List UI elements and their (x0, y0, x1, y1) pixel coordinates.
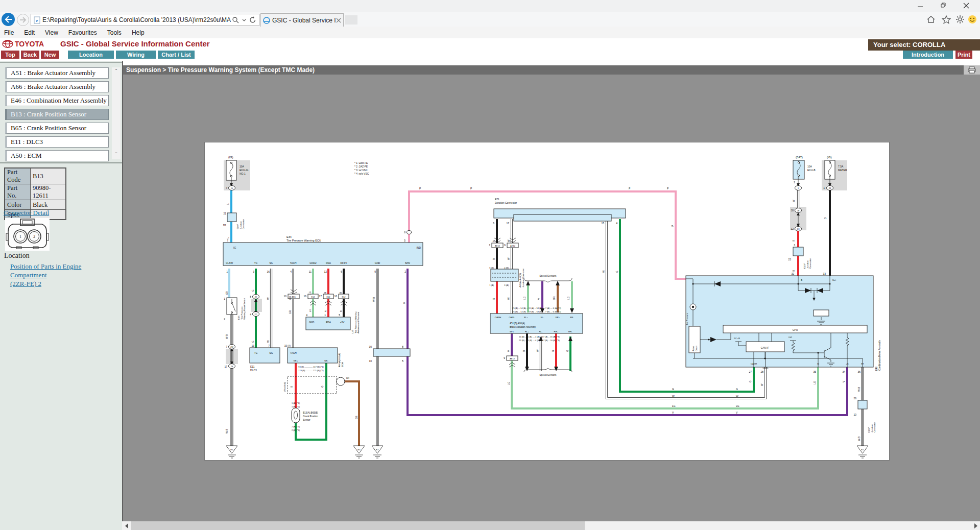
nav-chart-list[interactable]: Chart / List (158, 51, 195, 59)
nav-top[interactable]: Top (1, 51, 19, 59)
sidebar: A51 : Brake Actuator AssemblyA66 : Brake… (0, 61, 122, 530)
forward-icon[interactable] (17, 14, 29, 26)
diagram-label: 2 (794, 181, 795, 184)
diagram-label: B (340, 292, 342, 294)
diagram-label: 4 (B) (504, 267, 509, 269)
chevron-down-icon[interactable] (242, 16, 247, 24)
minimize-button[interactable] (909, 0, 931, 11)
search-icon[interactable] (232, 16, 240, 24)
diagram-label: 12 (791, 227, 794, 230)
tab-gsic[interactable]: GSIC - Global Service Infor... (260, 13, 344, 27)
favorites-star-icon[interactable] (940, 14, 952, 25)
sidebar-item[interactable]: E11 : DLC3 (5, 136, 109, 148)
address-bar[interactable]: e (31, 14, 259, 26)
location-link[interactable]: Position of Parts in Engine Compartment … (10, 262, 112, 288)
menu-edit[interactable]: Edit (19, 29, 40, 36)
menu-tools[interactable]: Tools (102, 29, 127, 36)
diagram-label: CPU (793, 328, 798, 331)
diagram-label: METER (838, 168, 847, 172)
sidebar-item[interactable]: A66 : Brake Actuator Assembly (5, 81, 109, 92)
diagram-label: 3 (A) (504, 284, 509, 286)
sidebar-scrollbar[interactable]: ˆ ˇ (112, 67, 121, 159)
nav-back[interactable]: Back (21, 51, 39, 59)
scroll-down-icon[interactable]: ˇ (112, 151, 121, 159)
diagram-label: SB (226, 292, 228, 295)
menu-bar: FileEditViewFavouritesToolsHelp (0, 27, 980, 38)
scroll-left-icon[interactable] (122, 521, 131, 530)
home-icon[interactable] (925, 14, 937, 25)
nav-location[interactable]: Location (68, 51, 114, 59)
diagram-label: CANL (509, 316, 515, 319)
menu-help[interactable]: Help (127, 29, 150, 36)
nav-print[interactable]: Print (955, 51, 972, 59)
diagram-label: V (672, 411, 674, 414)
feedback-smiley-icon[interactable] (966, 14, 978, 25)
diagram-label: 1 (226, 270, 228, 273)
diagram-label: Crank Position (303, 415, 318, 418)
diagram-label: G (672, 388, 674, 391)
diagram-label: W (267, 297, 270, 300)
close-button[interactable] (954, 0, 977, 11)
restore-button[interactable] (931, 0, 954, 11)
diagram-label: W-B (858, 437, 861, 441)
nav-introduction[interactable]: Introduction (903, 51, 953, 59)
diagram-label: ECM (341, 362, 344, 367)
diagram-label: DLC3 (250, 369, 257, 372)
new-tab-button[interactable] (345, 15, 357, 25)
diagram-label: V (508, 350, 510, 352)
sidebar-item[interactable]: B13 : Crank Position Sensor (5, 109, 109, 120)
sidebar-item[interactable]: E46 : Combination Meter Assembly (5, 95, 109, 106)
diagram-label: ECU-B (807, 168, 816, 172)
nav-new[interactable]: New (41, 51, 59, 59)
nav-wiring-diagram[interactable]: Wiring Diagram (116, 51, 156, 59)
page-icon: e (34, 16, 41, 24)
menu-favourites[interactable]: Favourites (63, 29, 102, 36)
sidebar-item[interactable]: A51 : Brake Actuator Assembly (5, 67, 109, 79)
diagram-label: W (267, 340, 270, 343)
back-icon[interactable] (2, 13, 15, 26)
address-input[interactable] (42, 16, 231, 23)
diagram-label: IG2 (788, 336, 793, 339)
toyota-logo: TOYOTA (2, 40, 44, 48)
location-link-line1[interactable]: Position of Parts in Engine Compartment (10, 262, 81, 279)
diagram-label: E12 (326, 296, 330, 298)
diagram-label: LG (672, 404, 676, 407)
scroll-right-icon[interactable] (971, 521, 980, 530)
sidebar-item[interactable]: B65 : Crank Position Sensor (5, 123, 109, 134)
brand-text: TOYOTA (15, 40, 44, 48)
diagram-label: 4 (290, 270, 292, 273)
diagram-label: AE6 (292, 296, 296, 298)
horizontal-scrollbar[interactable] (122, 521, 980, 530)
diagram-label: GR (289, 310, 292, 314)
diagram-label: NO.1 (240, 172, 246, 175)
diagram-label: 5 (339, 314, 340, 317)
sidebar-item[interactable]: A50 : ECM (5, 150, 109, 161)
scrollbar-thumb[interactable] (131, 521, 585, 530)
diagram-label: Brake Actuator Assembly (510, 326, 536, 328)
refresh-icon[interactable] (249, 16, 257, 24)
diagram-label: 16 (267, 270, 270, 273)
tab-close-icon[interactable] (336, 18, 341, 23)
settings-gear-icon[interactable] (954, 14, 966, 25)
diagram-label: 2M (230, 346, 233, 348)
menu-view[interactable]: View (40, 29, 63, 36)
connector-detail-link[interactable]: Connector Detail (4, 209, 49, 217)
diagram-label: 8 (402, 345, 403, 348)
nav-left-group: TopBackNew (1, 51, 59, 59)
location-link-line2[interactable]: (2ZR-FE) 2 (10, 280, 41, 287)
diagram-label: B (493, 258, 495, 260)
nav-right-group: IntroductionPrint (903, 51, 972, 59)
diagram-label: W (508, 297, 510, 300)
diagram-label: Tire Pressure (686, 312, 688, 325)
diagram-label: Tire Pressure Warning ECU (286, 239, 321, 242)
print-diagram-icon[interactable] (964, 65, 980, 75)
diagram-label: * 3 :w/ VSC (354, 168, 368, 172)
scroll-up-icon[interactable]: ˆ (112, 67, 121, 76)
diagram-label: Combination Meter Assembly (878, 340, 881, 371)
diagram-label: Warning Reset Switch (243, 298, 246, 320)
diagram-label: G (749, 380, 752, 382)
diagram-label: E1 (230, 448, 233, 451)
menu-file[interactable]: File (0, 29, 19, 36)
diagram-label: 1 (224, 297, 225, 300)
diagram-label: CLSW (226, 262, 233, 264)
